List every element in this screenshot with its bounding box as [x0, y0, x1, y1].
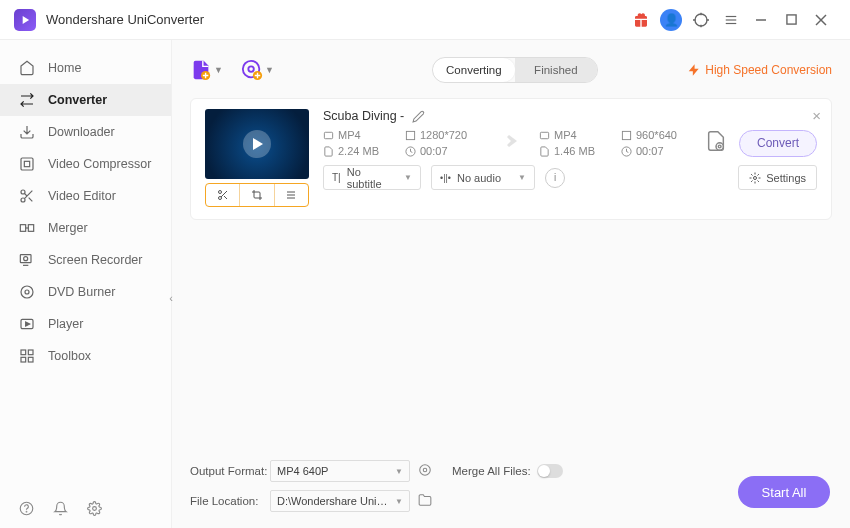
svg-rect-18: [20, 255, 31, 263]
svg-rect-5: [786, 15, 795, 24]
src-size: 2.24 MB: [323, 145, 393, 157]
sidebar-item-label: Video Compressor: [48, 157, 151, 171]
merge-toggle[interactable]: [537, 464, 563, 478]
file-card: × Scuba Diving -: [190, 98, 832, 220]
sidebar-item-player[interactable]: Player: [0, 308, 171, 340]
gear-icon: [749, 172, 761, 184]
sidebar-item-downloader[interactable]: Downloader: [0, 116, 171, 148]
sidebar-item-toolbox[interactable]: Toolbox: [0, 340, 171, 372]
sidebar-item-label: Home: [48, 61, 81, 75]
svg-rect-45: [540, 132, 548, 138]
record-icon: [18, 251, 36, 269]
dst-size: 1.46 MB: [539, 145, 609, 157]
svg-rect-15: [20, 225, 25, 232]
source-specs: MP4 1280*720 2.24 MB 00:07: [323, 129, 475, 157]
sidebar-item-label: Converter: [48, 93, 107, 107]
svg-rect-43: [406, 131, 414, 139]
svg-rect-16: [28, 225, 33, 232]
svg-rect-8: [21, 158, 33, 170]
sidebar-item-recorder[interactable]: Screen Recorder: [0, 244, 171, 276]
help-icon[interactable]: [18, 500, 34, 516]
svg-rect-27: [28, 357, 33, 362]
sidebar-item-dvd[interactable]: DVD Burner: [0, 276, 171, 308]
trim-button[interactable]: [206, 184, 239, 206]
tab-finished[interactable]: Finished: [515, 58, 597, 82]
src-duration: 00:07: [405, 145, 475, 157]
file-location-label: File Location:: [190, 495, 270, 507]
effects-button[interactable]: [274, 184, 308, 206]
sidebar-item-label: Player: [48, 317, 83, 331]
gift-icon[interactable]: [628, 7, 654, 33]
target-specs: MP4 960*640 1.46 MB 00:07: [539, 129, 691, 157]
audio-select[interactable]: •||• No audio ▼: [431, 165, 535, 190]
user-avatar[interactable]: 👤: [658, 7, 684, 33]
open-folder-icon[interactable]: [418, 493, 432, 509]
settings-icon[interactable]: [86, 500, 102, 516]
rename-icon[interactable]: [412, 110, 425, 123]
support-icon[interactable]: [688, 7, 714, 33]
app-logo: [14, 9, 36, 31]
svg-point-52: [420, 465, 431, 476]
remove-file-button[interactable]: ×: [812, 107, 821, 124]
src-format: MP4: [323, 129, 393, 141]
svg-rect-25: [28, 350, 33, 355]
svg-point-0: [695, 14, 707, 26]
add-dvd-button[interactable]: ▼: [241, 59, 274, 81]
sidebar-item-converter[interactable]: Converter: [0, 84, 171, 116]
svg-point-20: [21, 286, 33, 298]
sidebar-collapse-icon[interactable]: ‹: [163, 280, 179, 316]
app-name: Wondershare UniConverter: [46, 12, 204, 27]
svg-rect-46: [622, 131, 630, 139]
svg-point-21: [25, 290, 29, 294]
info-icon[interactable]: i: [545, 168, 565, 188]
lightning-icon: [687, 63, 701, 77]
crop-button[interactable]: [239, 184, 273, 206]
svg-rect-9: [24, 161, 29, 166]
maximize-button[interactable]: [778, 7, 804, 33]
minimize-button[interactable]: [748, 7, 774, 33]
arrow-right-icon: [495, 132, 519, 154]
sidebar: Home Converter Downloader Video Compress…: [0, 40, 172, 528]
sidebar-item-compressor[interactable]: Video Compressor: [0, 148, 171, 180]
file-location-select[interactable]: D:\Wondershare UniConverter ▼: [270, 490, 410, 512]
file-name: Scuba Diving -: [323, 109, 817, 123]
svg-point-50: [754, 176, 757, 179]
output-format-select[interactable]: MP4 640P ▼: [270, 460, 410, 482]
download-icon: [18, 123, 36, 141]
menu-icon[interactable]: [718, 7, 744, 33]
sidebar-item-home[interactable]: Home: [0, 52, 171, 84]
sidebar-item-label: Toolbox: [48, 349, 91, 363]
merge-icon: [18, 219, 36, 237]
output-format-settings-icon[interactable]: [418, 463, 432, 479]
add-disc-icon: [241, 59, 263, 81]
svg-point-10: [21, 190, 25, 194]
svg-marker-23: [26, 322, 30, 326]
svg-line-38: [224, 196, 227, 199]
subtitle-select[interactable]: T| No subtitle ▼: [323, 165, 421, 190]
video-thumbnail[interactable]: [205, 109, 309, 179]
sidebar-item-merger[interactable]: Merger: [0, 212, 171, 244]
output-settings-icon[interactable]: [705, 130, 727, 156]
bell-icon[interactable]: [52, 500, 68, 516]
grid-icon: [18, 347, 36, 365]
sidebar-item-label: DVD Burner: [48, 285, 115, 299]
status-tabs: Converting Finished: [432, 57, 598, 83]
file-settings-button[interactable]: Settings: [738, 165, 817, 190]
sidebar-item-label: Downloader: [48, 125, 115, 139]
svg-point-29: [26, 511, 27, 512]
titlebar: Wondershare UniConverter 👤: [0, 0, 850, 40]
svg-point-33: [248, 66, 254, 72]
svg-point-35: [218, 191, 221, 194]
high-speed-button[interactable]: High Speed Conversion: [687, 63, 832, 77]
sidebar-item-editor[interactable]: Video Editor: [0, 180, 171, 212]
start-all-button[interactable]: Start All: [738, 476, 830, 508]
dst-duration: 00:07: [621, 145, 691, 157]
convert-button[interactable]: Convert: [739, 130, 817, 157]
dst-resolution: 960*640: [621, 129, 691, 141]
svg-point-19: [24, 257, 28, 261]
add-file-button[interactable]: ▼: [190, 59, 223, 81]
compress-icon: [18, 155, 36, 173]
tab-converting[interactable]: Converting: [433, 58, 515, 82]
play-icon: [18, 315, 36, 333]
close-button[interactable]: [808, 7, 834, 33]
